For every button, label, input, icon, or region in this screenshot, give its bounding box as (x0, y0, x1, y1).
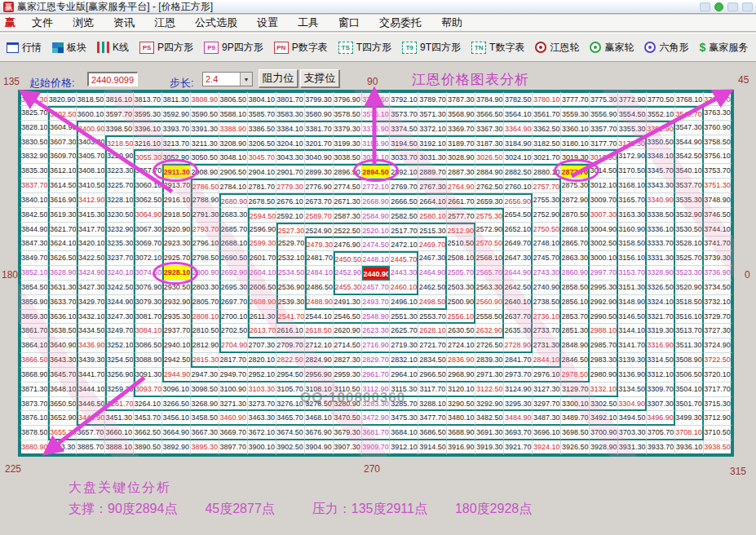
grid-cell: 2560.90 (475, 295, 504, 310)
toolbar-label: 9T四方形 (420, 41, 461, 55)
grid-cell: 3780.10 (533, 91, 561, 106)
menu-item-窗口[interactable]: 窗口 (329, 14, 369, 32)
grid-cell: 3422.50 (77, 251, 105, 266)
grid-cell: 2445.70 (390, 251, 418, 266)
key-level-text: 180度2928点 (455, 501, 532, 518)
toolbar-item-行情[interactable]: 行情 (7, 41, 42, 55)
grid-cell: 2880.10 (533, 164, 561, 179)
grid-cell: 3108.10 (305, 382, 334, 397)
grid-cell: 3554.50 (618, 106, 647, 121)
grid-cell: 3578.50 (334, 106, 362, 121)
grid-cell: 3343.30 (647, 179, 675, 193)
key-level-text: 支撑：90度2894点 (69, 501, 177, 518)
menu-item-浏览[interactable]: 浏览 (63, 14, 104, 32)
toolbar-item-赢家轮[interactable]: 赢家轮 (590, 41, 634, 55)
menu-item-江恩[interactable]: 江恩 (144, 14, 185, 32)
support-button[interactable]: 支撑位 (300, 69, 339, 87)
grid-cell: 2604.10 (248, 266, 276, 281)
minimize-button[interactable] (700, 2, 710, 11)
grid-cell: 3518.50 (675, 295, 704, 310)
grid-cell: 3734.50 (704, 281, 732, 295)
grid-cell: 3264.10 (134, 397, 162, 412)
app-window: { "window": { "title": "赢家江恩专业版[赢家服务平台] … (0, 0, 756, 535)
menu-item-公式选股[interactable]: 公式选股 (185, 14, 247, 32)
grid-cell: 3244.90 (105, 295, 134, 310)
toolbar-item-P数字表[interactable]: PNP数字表 (274, 41, 328, 55)
grid-cell: 3912.10 (390, 440, 418, 455)
grid-cell: 3086.50 (134, 338, 162, 353)
grid-cell: 3619.30 (48, 208, 77, 223)
grid-cell: 2558.50 (475, 310, 504, 325)
grid-cell: 3472.90 (362, 411, 391, 426)
menu-item-帮助[interactable]: 帮助 (431, 14, 472, 32)
grid-cell: 3120.10 (447, 382, 475, 397)
grid-cell: 3420.10 (77, 237, 105, 251)
close-button[interactable] (742, 2, 753, 11)
grid-cell: 3273.70 (248, 397, 276, 412)
grid-cell: 2726.50 (475, 338, 504, 353)
toolbar-item-江恩轮[interactable]: 江恩轮 (535, 41, 579, 55)
menu-item-资讯[interactable]: 资讯 (104, 14, 144, 32)
grid-cell: 2714.50 (334, 338, 362, 353)
toolbar-item-9P四方形[interactable]: P99P四方形 (204, 41, 263, 55)
grid-cell: 2769.70 (390, 179, 418, 193)
grid-cell: 3357.70 (590, 121, 618, 135)
grid-cell: 3686.50 (418, 426, 447, 440)
resistance-button[interactable]: 阻力位 (259, 69, 298, 87)
toolbar-item-9T四方形[interactable]: T99T四方形 (402, 41, 461, 55)
grid-cell: 3252.10 (105, 338, 134, 353)
step-select-value: 2.4 (203, 74, 240, 84)
toolbar-item-K线[interactable]: K线 (97, 41, 129, 55)
grid-cell: 3312.10 (647, 368, 675, 382)
grid-cell: 3180.10 (561, 135, 590, 150)
grid-cell: 2988.10 (590, 324, 618, 338)
menu-item-工具[interactable]: 工具 (288, 14, 329, 32)
grid-cell: 2642.50 (504, 281, 533, 295)
grid-cell: 3444.10 (77, 382, 105, 397)
grid-cell: 3211.30 (191, 135, 219, 150)
toolbar-item-赢家服务[interactable]: $赢家服务 (699, 41, 748, 55)
toolbar-item-六角形[interactable]: 六角形 (644, 41, 688, 55)
grid-cell: 3196.90 (362, 135, 391, 150)
toolbar-item-P四方形[interactable]: PSP四方形 (139, 41, 193, 55)
grid-cell: 3852.10 (20, 266, 48, 281)
chevron-down-icon[interactable]: ▼ (240, 73, 252, 86)
start-price-input[interactable] (87, 72, 138, 86)
grid-cell: 3156.10 (618, 251, 647, 266)
grid-cell: 3892.90 (162, 440, 191, 455)
toolbar-item-板块[interactable]: 板块 (52, 41, 86, 55)
start-price-label: 起始价格: (29, 76, 75, 91)
grid-cell: 3624.10 (48, 237, 77, 251)
grid-cell: 3600.10 (77, 106, 105, 121)
grid-cell: 3096.10 (162, 382, 191, 397)
grid-cell: 2937.70 (162, 324, 191, 338)
grid-cell: 3612.10 (48, 164, 77, 179)
menu-item-交易委托[interactable]: 交易委托 (369, 14, 431, 32)
grid-cell: 2551.30 (390, 310, 418, 325)
toolbar-item-T四方形[interactable]: TST四方形 (338, 41, 391, 55)
grid-cell: 2690.50 (219, 251, 248, 266)
grid-cell: 2570.50 (475, 237, 504, 251)
toolbar-item-T数字表[interactable]: TNT数字表 (471, 41, 524, 55)
PN-square-icon: PN (274, 42, 289, 54)
grid-cell: 3859.30 (20, 310, 48, 325)
grid-cell: 2736.10 (533, 310, 561, 325)
menu-item-文件[interactable]: 文件 (22, 14, 63, 32)
grid-cell: 2628.10 (418, 324, 447, 338)
grid-cell: 2712.10 (305, 338, 334, 353)
grid-cell: 3931.30 (618, 440, 647, 455)
grid-cell: 3436.90 (77, 338, 105, 353)
grid-cell: 3127.30 (533, 382, 561, 397)
grid-cell: 3818.50 (77, 91, 105, 106)
grid-cell: 2784.10 (219, 179, 248, 193)
step-select[interactable]: 2.4 ▼ (202, 72, 253, 86)
grid-cell: 2920.90 (162, 223, 191, 237)
grid-cell: 3595.30 (134, 106, 162, 121)
grid-cell: 3871.30 (20, 382, 48, 397)
grid-cell: 2457.70 (362, 281, 391, 295)
menu-item-设置[interactable]: 设置 (247, 14, 288, 32)
maximize-button[interactable] (727, 2, 738, 11)
grid-cell: 3448.90 (77, 411, 105, 426)
grid-cell: 3808.90 (191, 91, 219, 106)
grid-cell: 3573.70 (390, 106, 418, 121)
